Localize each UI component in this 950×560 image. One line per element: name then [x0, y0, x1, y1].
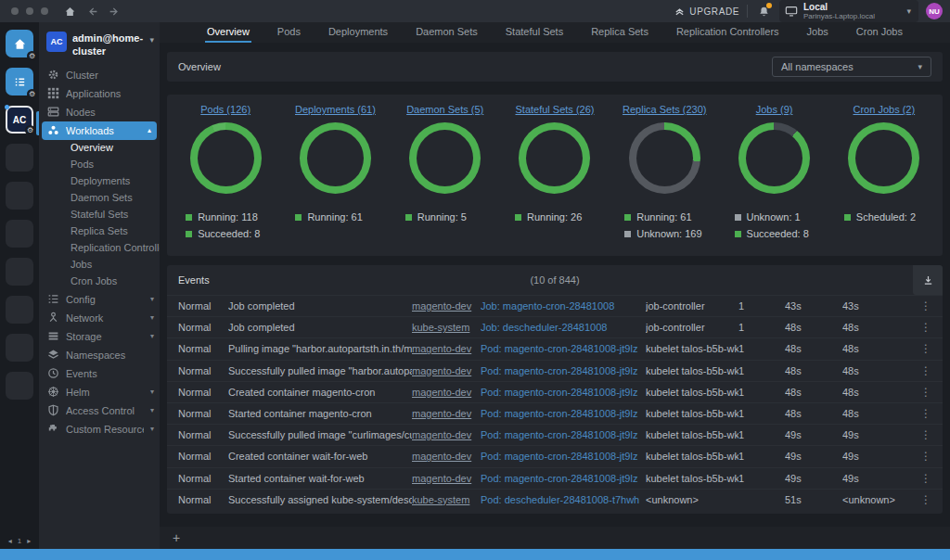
sidebar-item-cluster[interactable]: Cluster [39, 66, 160, 84]
event-namespace-link[interactable]: magento-dev [412, 365, 481, 376]
hotbar-empty-slot[interactable] [6, 258, 33, 286]
window-close-dot[interactable] [11, 7, 19, 15]
tab-overview[interactable]: Overview [205, 23, 251, 43]
chart-title-link[interactable]: Stateful Sets (26) [515, 104, 594, 115]
forward-icon[interactable] [106, 3, 122, 19]
user-avatar[interactable]: NU [926, 3, 943, 19]
tab-replication-controllers[interactable]: Replication Controllers [674, 23, 781, 43]
gear-icon[interactable]: ⚙ [25, 125, 35, 135]
sidebar-item-helm[interactable]: Helm▾ [39, 383, 160, 401]
event-namespace-link[interactable]: magento-dev [412, 451, 481, 462]
row-menu-icon[interactable]: ⋮ [917, 472, 935, 485]
hotbar-empty-slot[interactable] [6, 220, 33, 248]
row-menu-icon[interactable]: ⋮ [917, 407, 935, 420]
event-namespace-link[interactable]: magento-dev [412, 300, 481, 312]
back-icon[interactable] [83, 3, 100, 19]
event-object-link[interactable]: Pod: descheduler-28481008-t7hwh [481, 494, 646, 505]
event-row[interactable]: NormalSuccessfully assigned kube-system/… [167, 489, 943, 510]
hotbar-empty-slot[interactable] [6, 182, 33, 210]
event-row[interactable]: NormalCreated container wait-for-webmage… [167, 445, 943, 466]
upgrade-button[interactable]: UPGRADE [674, 6, 739, 18]
event-object-link[interactable]: Pod: magento-cron-28481008-jt9lz [481, 387, 646, 398]
event-namespace-link[interactable]: kube-system [412, 322, 481, 333]
tab-deployments[interactable]: Deployments [327, 23, 390, 43]
chart-title-link[interactable]: Pods (126) [200, 104, 250, 115]
event-object-link[interactable]: Pod: magento-cron-28481008-jt9lz [481, 408, 646, 419]
sidebar-item-network[interactable]: Network▾ [39, 309, 160, 327]
sidebar-subitem-pods[interactable]: Pods [39, 157, 160, 173]
chart-title-link[interactable]: Cron Jobs (2) [854, 104, 916, 115]
event-namespace-link[interactable]: magento-dev [412, 473, 481, 484]
event-object-link[interactable]: Job: descheduler-28481008 [481, 322, 646, 333]
cluster-account-header[interactable]: AC admin@home-cluster ▾ [39, 30, 160, 66]
window-controls[interactable] [11, 7, 48, 15]
event-row[interactable]: NormalSuccessfully pulled image "harbor.… [167, 360, 943, 381]
event-object-link[interactable]: Pod: magento-cron-28481008-jt9lz [481, 365, 646, 376]
chart-title-link[interactable]: Deployments (61) [295, 104, 376, 115]
tab-replica-sets[interactable]: Replica Sets [589, 23, 650, 43]
sidebar-item-config[interactable]: Config▾ [39, 290, 160, 309]
chart-title-link[interactable]: Jobs (9) [756, 104, 793, 115]
row-menu-icon[interactable]: ⋮ [917, 493, 935, 506]
event-namespace-link[interactable]: magento-dev [412, 387, 481, 398]
event-namespace-link[interactable]: kube-system [412, 494, 481, 505]
event-object-link[interactable]: Pod: magento-cron-28481008-jt9lz [481, 451, 646, 462]
sidebar-subitem-deployments[interactable]: Deployments [39, 173, 160, 190]
window-minimize-dot[interactable] [26, 7, 33, 15]
sidebar-subitem-replica-sets[interactable]: Replica Sets [39, 223, 160, 240]
sidebar-subitem-overview[interactable]: Overview [39, 140, 160, 157]
account-caret-icon[interactable]: ▾ [149, 35, 154, 45]
chart-title-link[interactable]: Daemon Sets (5) [406, 104, 483, 115]
tab-pods[interactable]: Pods [276, 23, 302, 43]
chart-title-link[interactable]: Replica Sets (230) [623, 104, 707, 115]
sidebar-item-custom-resources[interactable]: Custom Resources▾ [39, 420, 160, 439]
hotbar-home-button[interactable]: ⚙ [6, 30, 33, 57]
event-namespace-link[interactable]: magento-dev [412, 429, 481, 440]
event-row[interactable]: NormalPulling image "harbor.autopartsth.… [167, 337, 943, 359]
sidebar-item-workloads[interactable]: Workloads▴ [42, 121, 157, 140]
sidebar-item-access-control[interactable]: Access Control▾ [39, 401, 160, 420]
sidebar-subitem-daemon-sets[interactable]: Daemon Sets [39, 190, 160, 207]
home-icon[interactable] [61, 3, 78, 19]
pager-prev-icon[interactable]: ◂ [8, 537, 12, 545]
event-object-link[interactable]: Pod: magento-cron-28481008-jt9lz [481, 429, 646, 440]
pager-next-icon[interactable]: ▸ [27, 537, 31, 545]
hotbar-catalog-button[interactable]: ⚙ [6, 68, 33, 95]
sidebar-item-storage[interactable]: Storage▾ [39, 327, 160, 346]
event-object-link[interactable]: Pod: magento-cron-28481008-jt9lz [481, 343, 646, 354]
tab-stateful-sets[interactable]: Stateful Sets [504, 23, 565, 43]
sidebar-item-events[interactable]: Events [39, 364, 160, 383]
sidebar-subitem-stateful-sets[interactable]: Stateful Sets [39, 207, 160, 223]
hotbar-empty-slot[interactable] [6, 372, 33, 400]
event-row[interactable]: NormalJob completedkube-systemJob: desch… [167, 316, 943, 337]
event-row[interactable]: NormalSuccessfully pulled image "curlima… [167, 424, 943, 445]
tab-jobs[interactable]: Jobs [805, 23, 830, 43]
gear-icon[interactable]: ⚙ [27, 89, 37, 99]
sidebar-item-namespaces[interactable]: Namespaces [39, 346, 160, 364]
row-menu-icon[interactable]: ⋮ [917, 386, 935, 399]
event-row[interactable]: NormalStarted container wait-for-webmage… [167, 467, 943, 489]
event-row[interactable]: NormalJob completedmagento-devJob: magen… [167, 295, 943, 316]
sidebar-item-applications[interactable]: Applications [39, 84, 160, 103]
tab-daemon-sets[interactable]: Daemon Sets [414, 23, 480, 43]
window-zoom-dot[interactable] [41, 7, 48, 15]
new-terminal-button[interactable]: + [173, 531, 180, 544]
hotbar-empty-slot[interactable] [6, 144, 33, 172]
row-menu-icon[interactable]: ⋮ [917, 299, 935, 312]
cluster-selector[interactable]: Local Parinyas-Laptop.local ▾ [779, 0, 918, 22]
tab-cron-jobs[interactable]: Cron Jobs [854, 23, 905, 43]
notifications-button[interactable] [755, 3, 772, 19]
row-menu-icon[interactable]: ⋮ [917, 342, 935, 355]
sidebar-subitem-replication-controllers[interactable]: Replication Controllers [39, 240, 160, 257]
row-menu-icon[interactable]: ⋮ [917, 364, 935, 377]
download-button[interactable] [913, 265, 943, 295]
gear-icon[interactable]: ⚙ [27, 51, 37, 61]
hotbar-empty-slot[interactable] [6, 334, 33, 362]
event-namespace-link[interactable]: magento-dev [412, 343, 481, 354]
event-object-link[interactable]: Job: magento-cron-28481008 [481, 300, 646, 312]
hotbar-cluster-button[interactable]: AC ⚙ [6, 106, 33, 134]
sidebar-subitem-cron-jobs[interactable]: Cron Jobs [39, 274, 160, 290]
sidebar-item-nodes[interactable]: Nodes [39, 103, 160, 121]
event-row[interactable]: NormalCreated container magento-cronmage… [167, 381, 943, 402]
row-menu-icon[interactable]: ⋮ [917, 450, 935, 463]
